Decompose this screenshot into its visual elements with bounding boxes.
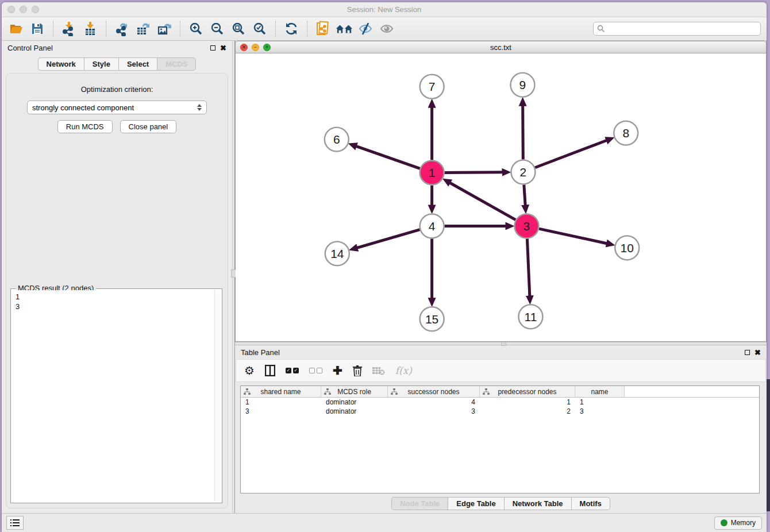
mcds-result-list[interactable]: 13 [12,290,221,502]
graph-node-11[interactable]: 11 [518,304,542,329]
main-toolbar [2,17,767,41]
close-panel-icon[interactable]: ✖ [220,44,226,52]
tab-select[interactable]: Select [118,57,157,71]
select-all-icon[interactable]: ✓✓ [286,368,299,373]
tab-style[interactable]: Style [84,57,118,71]
network-canvas[interactable]: 7968124314101511 [236,53,766,341]
table-row[interactable]: 3dominator323 [241,407,759,416]
column-header-name[interactable]: name [575,386,625,397]
graph-node-4[interactable]: 4 [420,214,444,238]
graph-node-15[interactable]: 15 [420,307,444,331]
edge-2-8[interactable] [535,140,607,168]
table-row[interactable]: 1dominator411 [241,398,759,407]
network-maximize-icon[interactable]: + [263,44,271,51]
deselect-all-icon[interactable] [309,368,322,373]
splitter-grip[interactable] [501,342,506,346]
edge-3-11[interactable] [527,238,529,296]
table-cell: 4 [388,398,480,407]
edge-4-14[interactable] [356,230,419,248]
edge-1-6[interactable] [356,146,420,168]
graph-node-14[interactable]: 14 [325,241,349,265]
search-field[interactable] [593,22,761,36]
zoom-fit-icon[interactable] [230,20,247,37]
add-icon[interactable]: ✚ [333,364,342,377]
gear-icon[interactable]: ⚙ [244,364,255,377]
edge-2-3[interactable] [524,184,525,206]
column-header-successor-nodes[interactable]: successor nodes [388,386,480,397]
task-history-button[interactable] [6,516,24,530]
column-header-shared-name[interactable]: shared name [241,386,321,397]
graph-node-3[interactable]: 3 [514,214,538,238]
show-eye-icon[interactable] [378,20,395,37]
edge-2-9[interactable] [523,105,523,160]
toolbar-separator [53,21,53,37]
tab-mcds[interactable]: MCDS [157,57,196,71]
list-icon [10,519,20,527]
memory-status-icon [721,519,727,526]
zoom-selected-icon[interactable] [251,20,268,37]
close-panel-icon[interactable]: ✖ [754,349,761,356]
float-panel-icon[interactable] [210,45,215,51]
toolbar-separator [307,21,307,37]
float-panel-icon[interactable] [745,350,750,355]
export-image-icon[interactable] [156,20,173,37]
memory-label: Memory [731,519,756,527]
optimization-dropdown[interactable]: strongly connected component [27,101,207,114]
run-mcds-button[interactable]: Run MCDS [57,120,113,133]
table-header-row: shared nameMCDS rolesuccessor nodesprede… [241,386,759,398]
node-label: 9 [519,78,526,91]
function-icon[interactable]: f(x) [395,365,412,376]
dropdown-value: strongly connected component [32,103,134,112]
node-label: 2 [520,165,527,179]
zoom-out-icon[interactable] [209,20,226,37]
zoom-in-icon[interactable] [187,20,205,37]
graph-node-10[interactable]: 10 [615,236,639,260]
export-table-icon[interactable] [134,20,152,37]
column-header-predecessor-nodes[interactable]: predecessor nodes [480,386,575,397]
main-area: Control Panel ✖ NetworkStyleSelectMCDS O… [2,41,767,513]
home-layout-icon[interactable] [336,20,353,37]
delete-table-icon[interactable] [372,366,385,375]
refresh-icon[interactable] [283,20,300,37]
graph-node-9[interactable]: 9 [510,73,534,97]
search-input[interactable] [607,25,757,33]
vertical-splitter[interactable] [232,41,235,513]
table-toolbar: ⚙ ✓✓ ✚ f(x) [236,359,766,382]
memory-button[interactable]: Memory [714,516,762,530]
network-window-titlebar: ✕ − + scc.txt [236,41,766,53]
export-network-icon[interactable] [113,20,130,37]
result-scrollbar[interactable] [214,290,221,502]
hide-eye-icon[interactable] [357,20,374,37]
tab-network-table[interactable]: Network Table [504,497,571,510]
import-network-icon[interactable] [60,20,78,37]
column-label: shared name [260,388,301,396]
tab-network[interactable]: Network [38,57,84,71]
graph-node-1[interactable]: 1 [420,161,444,185]
network-file-icon[interactable] [314,20,332,37]
tab-motifs[interactable]: Motifs [571,497,610,510]
edge-1-2[interactable] [445,172,503,173]
graph-node-8[interactable]: 8 [614,121,638,145]
horizontal-splitter[interactable] [235,342,767,345]
edge-3-10[interactable] [539,229,607,244]
graph-node-7[interactable]: 7 [420,75,444,99]
import-table-icon[interactable] [82,20,99,37]
column-header-MCDS-role[interactable]: MCDS role [321,386,388,397]
tab-node-table[interactable]: Node Table [391,497,448,510]
graph-node-6[interactable]: 6 [325,128,349,152]
columns-icon[interactable] [265,365,275,376]
app-window: Session: New Session [2,2,767,532]
tab-edge-table[interactable]: Edge Table [448,497,503,510]
node-label: 6 [333,133,340,146]
network-close-icon[interactable]: ✕ [240,44,248,51]
delete-icon[interactable] [353,365,362,376]
close-panel-button[interactable]: Close panel [120,120,177,133]
save-icon[interactable] [29,20,46,37]
open-folder-icon[interactable] [7,20,25,37]
table-tabs: Node TableEdge TableNetwork TableMotifs [235,494,767,513]
edge-3-1[interactable] [449,183,515,220]
network-minimize-icon[interactable]: − [252,44,259,51]
graph-node-2[interactable]: 2 [511,160,535,184]
optimization-label: Optimization criterion: [6,85,228,94]
control-panel-header: Control Panel ✖ [2,41,232,55]
